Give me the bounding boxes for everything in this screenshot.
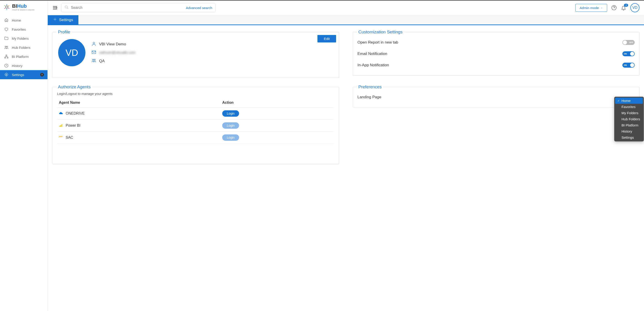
landing-page-label: Landing Page xyxy=(358,95,381,99)
nav: Home Favorites My Folders Hub Folders BI… xyxy=(0,16,48,79)
people-icon xyxy=(4,45,9,50)
nav-label: Settings xyxy=(12,73,24,77)
svg-point-14 xyxy=(6,46,8,47)
sap-icon: SAP xyxy=(59,136,63,140)
search-box[interactable]: Advanced search xyxy=(61,3,216,12)
admin-mode-button[interactable]: Admin mode xyxy=(575,4,607,12)
menu-toggle-icon[interactable] xyxy=(52,5,58,10)
svg-line-9 xyxy=(8,6,9,6)
admin-mode-label: Admin mode xyxy=(580,6,599,10)
svg-point-6 xyxy=(6,9,7,10)
notification-badge: 3 xyxy=(624,4,628,7)
heart-icon xyxy=(4,27,9,31)
svg-rect-15 xyxy=(6,55,7,56)
sidebar-item-my-folders[interactable]: My Folders xyxy=(0,34,48,43)
sidebar-item-bi-platform[interactable]: BI Platform xyxy=(0,52,48,61)
alert-badge: ! xyxy=(40,73,44,76)
nav-label: My Folders xyxy=(12,36,29,40)
svg-point-4 xyxy=(4,8,5,9)
onedrive-icon xyxy=(59,111,63,116)
avatar[interactable]: VD xyxy=(630,3,640,12)
tab-settings[interactable]: Settings xyxy=(48,15,78,24)
sidebar-item-history[interactable]: History xyxy=(0,61,48,70)
sidebar-item-settings[interactable]: Settings ! xyxy=(0,70,48,79)
home-icon xyxy=(4,18,9,22)
svg-rect-16 xyxy=(5,57,6,58)
customization-panel: Customization Settings Open Report in ne… xyxy=(353,32,640,76)
svg-point-23 xyxy=(65,6,68,8)
sidebar: BIHub YOUR BI SEARCH ENGINE Home Favorit… xyxy=(0,0,48,311)
search-icon xyxy=(64,5,69,10)
edit-button[interactable]: Edit xyxy=(318,35,336,42)
dropdown-item-settings[interactable]: Settings xyxy=(615,134,643,141)
svg-line-10 xyxy=(5,8,6,8)
svg-point-5 xyxy=(9,8,9,9)
check-icon: ✓ xyxy=(618,99,620,102)
landing-page-dropdown[interactable]: ✓Home Favorites My Folders Hub Folders B… xyxy=(614,97,644,141)
user-icon xyxy=(91,41,96,47)
profile-email: sathyan@visualbi.com xyxy=(99,51,136,55)
dropdown-item-favorites[interactable]: Favorites xyxy=(615,104,643,110)
panel-title: Authorize Agents xyxy=(56,84,92,89)
logo[interactable]: BIHub YOUR BI SEARCH ENGINE xyxy=(0,0,48,13)
svg-point-19 xyxy=(6,74,7,75)
header: Advanced search Admin mode 3 VD xyxy=(48,0,644,15)
tab-label: Settings xyxy=(59,18,73,22)
svg-line-24 xyxy=(67,8,68,9)
main: Advanced search Admin mode 3 VD xyxy=(48,0,644,311)
toggle-email-notification[interactable]: ON xyxy=(622,51,635,56)
dropdown-item-my-folders[interactable]: My Folders xyxy=(615,110,643,116)
preferences-panel: Preferences Landing Page ✓Home Favorites… xyxy=(353,87,640,107)
help-icon[interactable] xyxy=(611,5,617,10)
logo-icon xyxy=(4,4,10,10)
nav-label: Hub Folders xyxy=(12,46,30,49)
group-icon xyxy=(91,58,96,64)
sidebar-item-hub-folders[interactable]: Hub Folders xyxy=(0,43,48,52)
svg-point-29 xyxy=(92,59,94,60)
logo-text: BIHub xyxy=(12,3,34,9)
toggle-inapp-notification[interactable]: ON xyxy=(622,63,635,68)
clock-icon xyxy=(4,63,9,68)
col-agent-name: Agent Name xyxy=(57,98,220,108)
svg-point-26 xyxy=(54,19,56,20)
nav-label: Favorites xyxy=(12,27,26,31)
nav-label: Home xyxy=(12,18,21,22)
tabbar: Settings xyxy=(48,15,644,25)
sidebar-item-home[interactable]: Home xyxy=(0,16,48,25)
profile-avatar: VD xyxy=(58,39,86,66)
nav-label: BI Platform xyxy=(12,55,29,58)
powerbi-icon xyxy=(59,123,63,128)
login-button[interactable]: Login xyxy=(222,110,239,117)
bell-icon[interactable]: 3 xyxy=(621,5,626,10)
search-input[interactable] xyxy=(71,6,186,10)
table-row: SAPSAC Login xyxy=(57,132,334,144)
profile-group: QA xyxy=(99,59,105,63)
folder-icon xyxy=(4,36,9,41)
svg-rect-17 xyxy=(7,57,8,58)
agent-name: Power BI xyxy=(66,123,80,128)
login-button[interactable]: Login xyxy=(222,122,239,129)
sidebar-item-favorites[interactable]: Favorites xyxy=(0,25,48,34)
agents-panel: Authorize Agents Login/Logout to manage … xyxy=(52,87,339,164)
svg-rect-33 xyxy=(62,124,62,127)
table-row: Power BI Login xyxy=(57,120,334,132)
svg-point-2 xyxy=(4,5,5,6)
toggle-open-new-tab[interactable]: OFF xyxy=(622,40,635,45)
panel-title: Profile xyxy=(56,29,72,34)
dropdown-item-hub-folders[interactable]: Hub Folders xyxy=(615,116,643,122)
svg-line-8 xyxy=(5,6,6,6)
dropdown-item-history[interactable]: History xyxy=(615,128,643,134)
agent-name: ONEDRIVE xyxy=(66,111,85,116)
mail-icon xyxy=(91,50,96,56)
svg-rect-32 xyxy=(61,125,61,127)
dropdown-item-home[interactable]: ✓Home xyxy=(615,98,643,104)
svg-point-27 xyxy=(93,42,94,43)
setting-label: In-App Notification xyxy=(358,63,389,67)
login-button[interactable]: Login xyxy=(222,134,239,141)
svg-rect-31 xyxy=(60,126,60,127)
profile-panel: Profile Edit VD VBI View Demo sathyan@vi… xyxy=(52,32,339,78)
svg-rect-28 xyxy=(92,51,96,53)
svg-point-3 xyxy=(9,5,9,6)
dropdown-item-bi-platform[interactable]: BI Platform xyxy=(615,122,643,128)
advanced-search-link[interactable]: Advanced search xyxy=(186,6,212,10)
